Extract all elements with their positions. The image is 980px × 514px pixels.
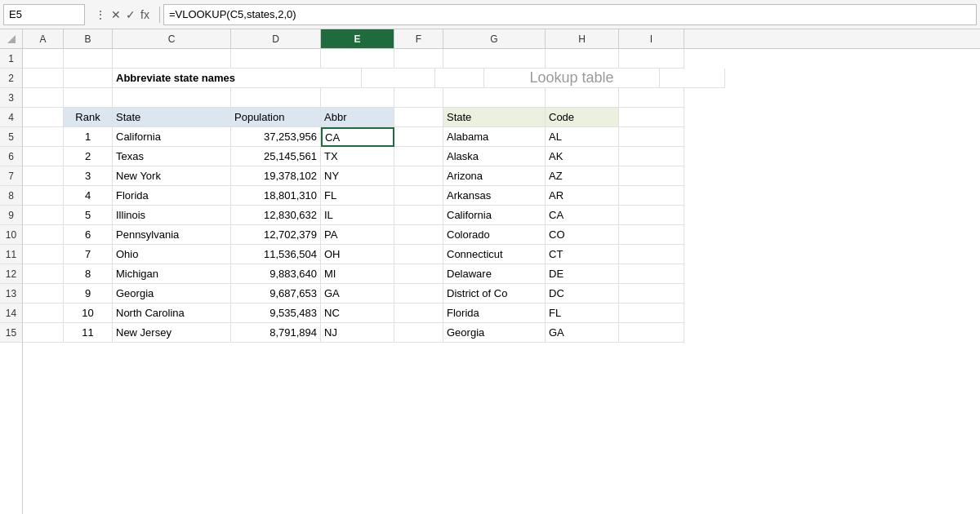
cell-rank-10[interactable]: 6 [64, 225, 113, 245]
cell-f8[interactable] [394, 186, 443, 206]
row-header-11[interactable]: 11 [0, 245, 22, 264]
cell-f1[interactable] [394, 49, 443, 69]
cell-f9[interactable] [394, 206, 443, 225]
cell-a5[interactable] [23, 127, 64, 147]
row-header-13[interactable]: 13 [0, 284, 22, 304]
cell-b3[interactable] [64, 88, 113, 108]
cell-rank-5[interactable]: 1 [64, 127, 113, 147]
col-header-b[interactable]: B [64, 29, 113, 48]
cell-lookup-h13[interactable]: DC [546, 284, 619, 304]
cell-lookup-h8[interactable]: AR [546, 186, 619, 206]
cell-i14[interactable] [619, 304, 684, 323]
cell-pop-13[interactable]: 9,687,653 [231, 284, 321, 304]
cell-i9[interactable] [619, 206, 684, 225]
cell-pop-6[interactable]: 25,145,561 [231, 147, 321, 166]
cell-f2[interactable] [435, 69, 484, 88]
cell-lookup-g5[interactable]: Alabama [443, 127, 546, 147]
cell-a2[interactable] [23, 69, 64, 88]
cell-f15[interactable] [394, 323, 443, 343]
cell-d3[interactable] [231, 88, 321, 108]
cell-f10[interactable] [394, 225, 443, 245]
fx-icon[interactable]: fx [140, 8, 149, 21]
cell-f13[interactable] [394, 284, 443, 304]
cell-f14[interactable] [394, 304, 443, 323]
cell-i3[interactable] [619, 88, 684, 108]
cell-i15[interactable] [619, 323, 684, 343]
row-header-12[interactable]: 12 [0, 264, 22, 284]
cell-state-12[interactable]: Michigan [113, 264, 231, 284]
cell-a14[interactable] [23, 304, 64, 323]
cell-pop-12[interactable]: 9,883,640 [231, 264, 321, 284]
cell-lookup-g6[interactable]: Alaska [443, 147, 546, 166]
cell-f12[interactable] [394, 264, 443, 284]
cell-c3[interactable] [113, 88, 231, 108]
cell-f4[interactable] [394, 108, 443, 127]
cell-state-14[interactable]: North Carolina [113, 304, 231, 323]
cell-state-9[interactable]: Illinois [113, 206, 231, 225]
cell-i6[interactable] [619, 147, 684, 166]
cell-rank-13[interactable]: 9 [64, 284, 113, 304]
cell-lookup-h10[interactable]: CO [546, 225, 619, 245]
cell-state-11[interactable]: Ohio [113, 245, 231, 264]
cell-d1[interactable] [231, 49, 321, 69]
row-header-2[interactable]: 2 [0, 69, 22, 88]
cell-lookup-h6[interactable]: AK [546, 147, 619, 166]
cell-state-13[interactable]: Georgia [113, 284, 231, 304]
cell-e1[interactable] [321, 49, 394, 69]
cell-a1[interactable] [23, 49, 64, 69]
cell-state-7[interactable]: New York [113, 166, 231, 186]
cell-e3[interactable] [321, 88, 394, 108]
cell-lookup-h12[interactable]: DE [546, 264, 619, 284]
col-header-h[interactable]: H [546, 29, 619, 48]
cell-f6[interactable] [394, 147, 443, 166]
cell-h3[interactable] [546, 88, 619, 108]
cell-lookup-h9[interactable]: CA [546, 206, 619, 225]
cell-rank-9[interactable]: 5 [64, 206, 113, 225]
cell-rank-8[interactable]: 4 [64, 186, 113, 206]
col-header-i[interactable]: I [619, 29, 684, 48]
row-header-10[interactable]: 10 [0, 225, 22, 245]
cell-a7[interactable] [23, 166, 64, 186]
row-header-3[interactable]: 3 [0, 88, 22, 108]
cell-pop-5[interactable]: 37,253,956 [231, 127, 321, 147]
cell-pop-15[interactable]: 8,791,894 [231, 323, 321, 343]
cancel-icon[interactable]: ✕ [111, 8, 121, 21]
cell-i7[interactable] [619, 166, 684, 186]
cell-pop-14[interactable]: 9,535,483 [231, 304, 321, 323]
cell-f7[interactable] [394, 166, 443, 186]
cell-lookup-g8[interactable]: Arkansas [443, 186, 546, 206]
row-header-4[interactable]: 4 [0, 108, 22, 127]
cell-abbr-15[interactable]: NJ [321, 323, 394, 343]
cell-a4[interactable] [23, 108, 64, 127]
cell-i10[interactable] [619, 225, 684, 245]
cell-state-5[interactable]: California [113, 127, 231, 147]
cell-abbr-12[interactable]: MI [321, 264, 394, 284]
cell-lookup-h11[interactable]: CT [546, 245, 619, 264]
cell-a3[interactable] [23, 88, 64, 108]
cell-abbr-6[interactable]: TX [321, 147, 394, 166]
select-all-icon[interactable] [7, 35, 16, 43]
cell-rank-14[interactable]: 10 [64, 304, 113, 323]
cell-lookup-g14[interactable]: Florida [443, 304, 546, 323]
cell-i2[interactable] [660, 69, 725, 88]
cell-abbr-11[interactable]: OH [321, 245, 394, 264]
cell-a8[interactable] [23, 186, 64, 206]
cell-rank-15[interactable]: 11 [64, 323, 113, 343]
cell-a12[interactable] [23, 264, 64, 284]
col-header-a[interactable]: A [23, 29, 64, 48]
cell-lookup-g15[interactable]: Georgia [443, 323, 546, 343]
cell-a15[interactable] [23, 323, 64, 343]
cell-abbr-14[interactable]: NC [321, 304, 394, 323]
cell-f5[interactable] [394, 127, 443, 147]
cell-i12[interactable] [619, 264, 684, 284]
row-header-6[interactable]: 6 [0, 147, 22, 166]
cell-abbr-8[interactable]: FL [321, 186, 394, 206]
cell-lookup-h7[interactable]: AZ [546, 166, 619, 186]
cell-i11[interactable] [619, 245, 684, 264]
cell-abbr-5[interactable]: CA [321, 127, 394, 147]
row-header-14[interactable]: 14 [0, 304, 22, 323]
cell-a9[interactable] [23, 206, 64, 225]
row-header-7[interactable]: 7 [0, 166, 22, 186]
cell-state-15[interactable]: New Jersey [113, 323, 231, 343]
col-header-c[interactable]: C [113, 29, 231, 48]
